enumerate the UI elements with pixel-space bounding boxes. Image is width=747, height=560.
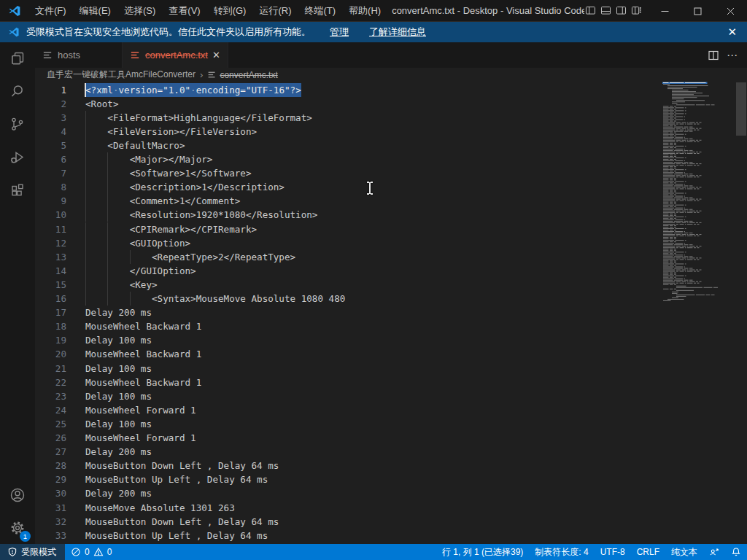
learn-more-link[interactable]: 了解详细信息 <box>369 26 426 39</box>
split-editor-icon[interactable] <box>708 50 719 61</box>
editor-row: 18MouseWheel Backward 1 <box>35 319 747 333</box>
menu-item-edit[interactable]: 编辑(E) <box>73 0 117 22</box>
code-line: MouseButton Down Left , Delay 64 ms <box>85 459 279 472</box>
editor-row: 30Delay 200 ms <box>35 486 747 500</box>
more-actions-icon[interactable]: ⋯ <box>727 49 738 62</box>
editor-row: 26MouseWheel Forward 1 <box>35 431 747 445</box>
menu-item-selection[interactable]: 选择(S) <box>117 0 162 22</box>
line-number: 13 <box>35 250 66 264</box>
line-number: 29 <box>35 472 66 486</box>
menu-item-run[interactable]: 运行(R) <box>252 0 298 22</box>
code-line: <Syntax>MouseMove Absolute 1080 480 <box>85 292 345 306</box>
code-line: MouseWheel Backward 1 <box>85 376 201 389</box>
line-number: 16 <box>35 292 66 306</box>
line-number: 2 <box>35 97 66 111</box>
status-bar-right: 行 1, 列 1 (已选择39) 制表符长度: 4 UTF-8 CRLF 纯文本 <box>436 544 747 560</box>
eol-status[interactable]: CRLF <box>631 544 665 560</box>
restricted-mode-status[interactable]: 受限模式 <box>0 544 65 560</box>
editor-row: 33MouseButton Up Left , Delay 64 ms <box>35 529 747 542</box>
editor-actions: ⋯ <box>708 42 747 68</box>
line-number: 5 <box>35 139 66 152</box>
code-line: MouseWheel Forward 1 <box>85 431 196 445</box>
tab-label: convertAmc.txt <box>145 50 208 61</box>
explorer-icon[interactable] <box>0 42 35 75</box>
minimize-button[interactable] <box>649 0 681 22</box>
cursor-position-status[interactable]: 行 1, 列 1 (已选择39) <box>436 544 529 560</box>
line-number: 31 <box>35 501 66 515</box>
minimap[interactable] <box>660 82 733 544</box>
tab-size-status[interactable]: 制表符长度: 4 <box>529 544 594 560</box>
line-number: 32 <box>35 515 66 529</box>
extensions-icon[interactable] <box>0 174 35 206</box>
editor-row: 12 <GUIOption> <box>35 236 747 250</box>
editor-row: 16 <Syntax>MouseMove Absolute 1080 480 <box>35 292 747 306</box>
menu-bar: 文件(F) 编辑(E) 选择(S) 查看(V) 转到(G) 运行(R) 终端(T… <box>28 0 387 21</box>
line-number: 25 <box>35 417 66 431</box>
editor-row: 25Delay 100 ms <box>35 417 747 431</box>
file-icon <box>130 50 141 61</box>
settings-gear-icon[interactable]: 1 <box>0 511 35 544</box>
feedback-button[interactable] <box>703 544 725 560</box>
scrollbar-thumb[interactable] <box>736 82 746 136</box>
code-line: MouseMove Absolute 1343 403 <box>85 542 235 544</box>
account-icon[interactable] <box>0 478 35 511</box>
line-number: 33 <box>35 529 66 542</box>
editor-row: 13 <RepeatType>2</RepeatType> <box>35 250 747 264</box>
warning-count: 0 <box>107 547 112 557</box>
banner-message: 受限模式旨在实现安全地浏览代码。信任此文件夹以启用所有功能。 <box>26 26 311 39</box>
line-number: 3 <box>35 111 66 125</box>
close-tab-icon[interactable]: ✕ <box>212 49 220 62</box>
code-line: <Software>1</Software> <box>85 166 251 180</box>
code-line: Delay 200 ms <box>85 486 152 500</box>
menu-item-go[interactable]: 转到(G) <box>207 0 253 22</box>
code-editor[interactable]: 1<?xml·version="1.0"·encoding="UTF-16"?>… <box>35 82 747 544</box>
line-number: 18 <box>35 319 66 333</box>
tab-size-label: 制表符长度: 4 <box>535 546 588 559</box>
line-number: 1 <box>35 83 66 97</box>
menu-item-terminal[interactable]: 终端(T) <box>298 0 342 22</box>
menu-item-help[interactable]: 帮助(H) <box>342 0 387 22</box>
tab-bar: hosts convertAmc.txt ✕ ⋯ <box>35 42 747 68</box>
activity-bar: 1 <box>0 42 35 544</box>
line-number: 30 <box>35 486 66 500</box>
line-number: 6 <box>35 152 66 166</box>
search-icon[interactable] <box>0 75 35 108</box>
customize-layout-icon[interactable] <box>630 4 643 17</box>
notifications-button[interactable] <box>725 544 747 560</box>
problems-indicator[interactable]: 0 0 <box>65 544 117 560</box>
restricted-mode-banner: 受限模式旨在实现安全地浏览代码。信任此文件夹以启用所有功能。 管理 了解详细信息… <box>0 22 747 42</box>
encoding-status[interactable]: UTF-8 <box>595 544 631 560</box>
toggle-secondary-sidebar-icon[interactable] <box>615 4 627 17</box>
maximize-button[interactable] <box>681 0 714 22</box>
manage-link[interactable]: 管理 <box>330 26 349 39</box>
line-number: 28 <box>35 459 66 472</box>
code-line: <Key> <box>85 278 158 292</box>
editor-row: 8 <Description>1</Description> <box>35 180 747 194</box>
toggle-panel-icon[interactable] <box>600 4 612 17</box>
tab-convertamc[interactable]: convertAmc.txt ✕ <box>123 42 228 68</box>
source-control-icon[interactable] <box>0 108 35 141</box>
status-bar: 受限模式 0 0 行 1, 列 1 (已选择39) 制表符长度: 4 UTF-8… <box>0 544 747 560</box>
editor-row: 15 <Key> <box>35 278 747 292</box>
editor-row: 6 <Major></Major> <box>35 152 747 166</box>
tab-label: hosts <box>58 50 80 61</box>
editor-row: 1<?xml·version="1.0"·encoding="UTF-16"?> <box>35 83 747 97</box>
close-window-button[interactable] <box>714 0 747 22</box>
language-mode-status[interactable]: 纯文本 <box>665 544 703 560</box>
menu-item-view[interactable]: 查看(V) <box>162 0 206 22</box>
menu-item-file[interactable]: 文件(F) <box>28 0 73 22</box>
editor-row: 23Delay 100 ms <box>35 389 747 403</box>
error-count: 0 <box>85 547 90 557</box>
tab-hosts[interactable]: hosts <box>35 42 123 68</box>
editor-row: 19Delay 100 ms <box>35 333 747 347</box>
run-debug-icon[interactable] <box>0 141 35 174</box>
code-line: <DefaultMacro> <box>85 139 185 152</box>
editor-row: 21Delay 100 ms <box>35 362 747 376</box>
feedback-icon <box>709 547 719 557</box>
toggle-sidebar-icon[interactable] <box>584 4 597 17</box>
breadcrumb-file[interactable]: convertAmc.txt <box>220 70 277 80</box>
breadcrumb-folder[interactable]: 血手宏一键破解工具AmcFileConverter <box>47 69 196 81</box>
editor-row: 24MouseWheel Forward 1 <box>35 403 747 417</box>
code-line: <Root> <box>85 97 119 111</box>
banner-close-icon[interactable]: ✕ <box>727 26 737 39</box>
